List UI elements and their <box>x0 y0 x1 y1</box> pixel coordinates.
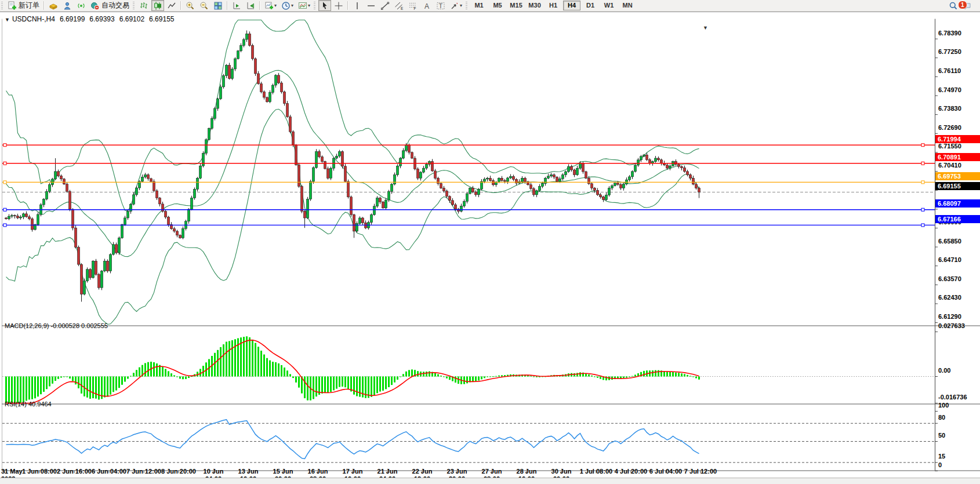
timeframe-button-w1[interactable]: W1 <box>600 1 618 10</box>
timeframe-button-m30[interactable]: M30 <box>526 1 543 10</box>
timeframe-button-h4[interactable]: H4 <box>563 1 580 10</box>
text-button[interactable]: A <box>420 0 433 11</box>
notifications-button[interactable]: 1 <box>961 0 974 11</box>
fibonacci-icon: F <box>408 1 418 10</box>
chevron-down-icon: ▾ <box>291 3 293 8</box>
trendline-icon <box>380 1 390 10</box>
trendline-button[interactable] <box>379 0 391 11</box>
zoom-in-button[interactable] <box>184 0 197 11</box>
equidistant-channel-icon: E <box>394 1 404 10</box>
text-label-button[interactable]: T <box>434 0 447 11</box>
new-chart-dropdown[interactable]: ▾ <box>263 0 278 11</box>
timeframe-button-h1[interactable]: H1 <box>545 1 562 10</box>
timeframe-button-m1[interactable]: M1 <box>470 1 488 10</box>
arrows-dropdown[interactable]: ▾ <box>448 0 464 11</box>
collapse-arrow-icon[interactable]: ▼ <box>5 17 10 23</box>
svg-text:F: F <box>414 6 416 10</box>
cursor-icon <box>320 1 329 10</box>
zoom-out-icon <box>199 1 209 10</box>
hline-price-label[interactable]: 6.67166 <box>935 215 980 223</box>
rsi-axis-tick: 0 <box>938 461 978 469</box>
toolbar-separator <box>180 1 182 10</box>
horizontal-line-button[interactable] <box>365 0 378 11</box>
crosshair-button[interactable] <box>332 0 345 11</box>
time-axis-label: 1 Jul 08:00 <box>578 468 615 475</box>
hline-price-label[interactable]: 6.68097 <box>935 199 980 208</box>
auto-scroll-icon <box>232 1 241 10</box>
vertical-line-button[interactable] <box>351 0 364 11</box>
rsi-name: RSI(14) <box>5 401 27 407</box>
line-chart-button[interactable] <box>165 0 178 11</box>
chart-canvas <box>0 12 980 484</box>
crosshair-icon <box>334 1 343 10</box>
horizontal-line-icon <box>366 1 376 10</box>
chart-shift-marker[interactable]: ▼ <box>703 25 708 31</box>
toolbar-grip[interactable] <box>1 2 3 10</box>
equidistant-channel-button[interactable]: E <box>393 0 405 11</box>
timeframe-button-m5[interactable]: M5 <box>489 1 506 10</box>
timeframe-button-mn[interactable]: MN <box>619 1 636 10</box>
bottom-strip <box>0 478 980 484</box>
tile-windows-button[interactable] <box>212 0 224 11</box>
price-axis-tick: 6.74970 <box>938 86 978 94</box>
time-axis-label: 6 Jul 04:00 <box>647 468 684 475</box>
timeframe-button-d1[interactable]: D1 <box>582 1 599 10</box>
community-button[interactable] <box>61 0 74 11</box>
timeframe-group: M1M5M15M30H1H4D1W1MN <box>470 1 637 10</box>
svg-text:A: A <box>424 2 429 10</box>
hline-price-label[interactable]: 6.71994 <box>935 135 980 143</box>
timeframe-button-m15[interactable]: M15 <box>507 1 525 10</box>
svg-text:E: E <box>401 6 404 10</box>
hline-price-label[interactable]: 6.70891 <box>935 153 980 161</box>
cursor-button[interactable] <box>318 0 331 11</box>
time-axis-label: 7 Jul 12:00 <box>682 468 719 475</box>
price-axis-tick: 6.71550 <box>938 142 978 150</box>
time-axis-label: 1 Jun 08:00 <box>21 468 58 475</box>
macd-label: MACD(12,26,9) -0.000528 0.002555 <box>5 322 108 329</box>
chart-title: ▼USDCNH-,H46.691996.693936.691026.69155 <box>5 15 175 23</box>
toolbar-separator <box>43 1 45 10</box>
periods-dropdown[interactable]: ▾ <box>280 0 295 11</box>
chevron-down-icon: ▾ <box>308 3 310 8</box>
rsi-axis-tick: 80 <box>938 413 978 421</box>
time-axis-label: 2 Jun 16:00 <box>56 468 93 475</box>
chevron-down-icon: ▾ <box>274 3 277 8</box>
new-order-label: 新订单 <box>19 1 39 10</box>
price-axis-tick: 6.72690 <box>938 123 978 132</box>
bar-chart-button[interactable] <box>137 0 150 11</box>
new-order-button[interactable]: 新订单 <box>6 0 41 11</box>
hline-price-label[interactable]: 6.69753 <box>935 172 980 180</box>
rsi-label: RSI(14) 40.9464 <box>5 401 52 407</box>
candlestick-chart-button[interactable] <box>151 0 164 11</box>
price-axis-tick: 6.78390 <box>938 29 978 37</box>
toolbar-separator <box>347 1 349 10</box>
toolbar-separator <box>259 1 260 10</box>
toolbar-grip[interactable] <box>133 2 135 10</box>
rsi-axis-tick: 50 <box>938 431 978 439</box>
chart-shift-button[interactable] <box>244 0 257 11</box>
zoom-out-button[interactable] <box>198 0 210 11</box>
toolbar: 新订单 自动交易 <box>0 0 980 12</box>
fibonacci-button[interactable]: F <box>406 0 419 11</box>
search-icon <box>949 1 958 10</box>
text-label-icon: T <box>436 1 445 10</box>
macd-name: MACD(12,26,9) <box>5 322 49 329</box>
toolbar-grip[interactable] <box>466 2 467 10</box>
signals-button[interactable] <box>75 0 88 11</box>
macd-axis-tick: -0.016736 <box>938 393 978 401</box>
autotrading-button[interactable]: 自动交易 <box>89 0 131 11</box>
market-button[interactable] <box>47 0 60 11</box>
macd-axis-tick: 0.00 <box>938 366 978 374</box>
vertical-line-icon <box>353 1 362 10</box>
toolbar-grip[interactable] <box>314 2 315 10</box>
auto-scroll-button[interactable] <box>230 0 243 11</box>
chart-window[interactable]: ▼USDCNH-,H46.691996.693936.691026.69155 … <box>0 12 980 478</box>
price-axis-tick: 6.61290 <box>938 312 978 321</box>
market-icon <box>49 1 58 10</box>
time-axis-label: 8 Jun 20:00 <box>160 468 197 475</box>
chevron-down-icon: ▾ <box>460 3 462 8</box>
price-axis-tick: 6.62430 <box>938 293 978 301</box>
arrows-icon <box>450 1 459 10</box>
price-axis-tick: 6.76110 <box>938 67 978 75</box>
templates-dropdown[interactable]: ▾ <box>296 0 312 11</box>
